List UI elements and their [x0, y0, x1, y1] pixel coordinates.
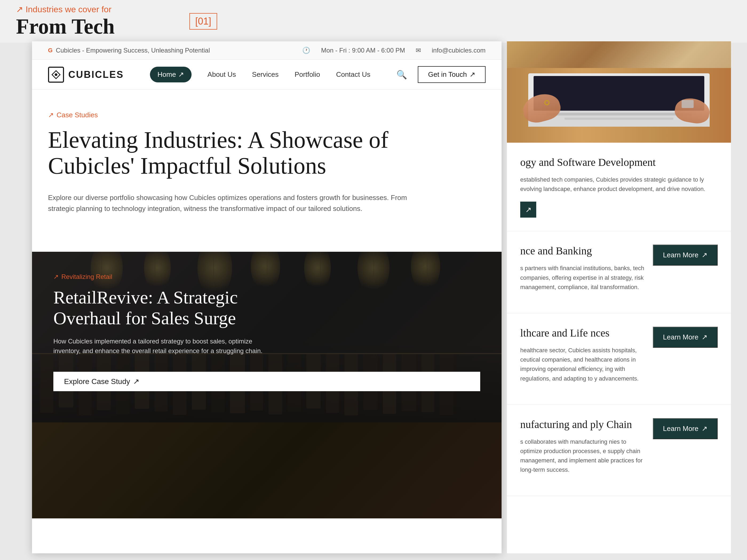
tech-section-desc: established tech companies, Cubicles pro… [520, 175, 718, 194]
revitalizing-arrow: ↗ [53, 273, 59, 281]
search-icon[interactable]: 🔍 [396, 70, 407, 80]
top-bar: G Cubicles - Empowering Success, Unleash… [32, 41, 501, 60]
tech-arrow-icon: ↗ [525, 205, 532, 214]
business-hours: Mon - Fri : 9:00 AM - 6:00 PM [321, 47, 405, 54]
industries-title: From Tech [16, 15, 115, 39]
manufacturing-section: nufacturing and ply Chain s collaborates… [507, 405, 731, 496]
logo-area[interactable]: CUBICLES [48, 67, 124, 83]
tech-software-section: ogy and Software Development established… [507, 143, 731, 231]
healthcare-section: lthcare and Life nces healthcare sector,… [507, 313, 731, 405]
explore-case-study-button[interactable]: Explore Case Study ↗ [53, 372, 480, 391]
finance-banking-section: nce and Banking s partners with financia… [507, 231, 731, 313]
healthcare-learn-more-button[interactable]: Learn More ↗ [653, 327, 718, 348]
email-address: info@cubicles.com [432, 47, 486, 54]
case-study-description: How Cubicles implemented a tailored stra… [53, 337, 267, 356]
manufacturing-text: nufacturing and ply Chain s collaborates… [520, 418, 653, 483]
revitalizing-tag: ↗ Revitalizing Retail [53, 273, 480, 281]
favicon-icon: G [48, 47, 53, 54]
get-in-touch-button[interactable]: Get in Touch ↗ [418, 66, 486, 83]
clock-icon: 🕐 [302, 47, 310, 54]
hero-title: Elevating Industries: A Showcase of Cubi… [48, 127, 448, 179]
nav-link-services[interactable]: Services [252, 71, 279, 79]
explore-arrow: ↗ [133, 377, 139, 386]
navbar: CUBICLES Home ↗ About Us Services Portfo… [32, 60, 501, 89]
get-in-touch-arrow: ↗ [469, 71, 475, 79]
industries-label: ↗ Industries we cover for From Tech [16, 4, 115, 39]
case-studies-tag: ↗ Case Studies [48, 111, 486, 119]
laptop-hands-image [507, 41, 731, 143]
nav-links: Home ↗ About Us Services Portfolio Conta… [150, 67, 370, 82]
case-study-card: ↗ Revitalizing Retail RetailRevive: A St… [32, 252, 501, 422]
nav-link-portfolio[interactable]: Portfolio [294, 71, 320, 79]
case-study-title: RetailRevive: A Strategic Overhaul for S… [53, 287, 293, 328]
logo-text: CUBICLES [68, 69, 124, 80]
top-banner: ↗ Industries we cover for From Tech [01] [0, 0, 747, 43]
healthcare-section-title: lthcare and Life nces [520, 327, 645, 339]
healthcare-learn-more-arrow: ↗ [702, 333, 707, 341]
second-case-study-card [32, 422, 501, 518]
tech-section-arrow-btn[interactable]: ↗ [520, 202, 536, 218]
nav-link-contact[interactable]: Contact Us [336, 71, 370, 79]
healthcare-text: lthcare and Life nces healthcare sector,… [520, 327, 653, 391]
case-study-content: ↗ Revitalizing Retail RetailRevive: A St… [32, 252, 501, 422]
finance-learn-more-arrow: ↗ [702, 251, 707, 259]
case-tag-arrow: ↗ [48, 111, 54, 119]
industries-subtitle: ↗ Industries we cover for [16, 4, 115, 15]
right-panel: ogy and Software Development established… [507, 41, 731, 553]
cubicles-logo-icon [48, 67, 64, 83]
nav-link-home[interactable]: Home ↗ [150, 67, 191, 82]
page-title-tab: Cubicles - Empowering Success, Unleashin… [56, 47, 210, 54]
finance-section-title: nce and Banking [520, 244, 645, 257]
tech-section-title: ogy and Software Development [520, 156, 718, 168]
finance-section-desc: s partners with financial institutions, … [520, 264, 645, 292]
manufacturing-learn-more-button[interactable]: Learn More ↗ [653, 418, 718, 439]
hero-section: ↗ Case Studies Elevating Industries: A S… [32, 89, 501, 252]
manufacturing-section-desc: s collaborates with manufacturing nies t… [520, 437, 645, 475]
nav-link-about[interactable]: About Us [208, 71, 236, 79]
svg-point-1 [55, 73, 57, 76]
finance-learn-more-button[interactable]: Learn More ↗ [653, 244, 718, 266]
website-container: G Cubicles - Empowering Success, Unleash… [32, 41, 501, 553]
home-nav-arrow: ↗ [178, 71, 184, 79]
top-bar-right: 🕐 Mon - Fri : 9:00 AM - 6:00 PM ✉ info@c… [302, 47, 486, 54]
counter-badge: [01] [189, 13, 217, 30]
industry-image-top [507, 41, 731, 143]
email-icon: ✉ [416, 47, 421, 54]
top-bar-left: G Cubicles - Empowering Success, Unleash… [48, 47, 210, 54]
nav-right: 🔍 Get in Touch ↗ [396, 66, 486, 83]
healthcare-section-desc: healthcare sector, Cubicles assists hosp… [520, 346, 645, 383]
manufacturing-learn-more-arrow: ↗ [702, 425, 707, 433]
hero-description: Explore our diverse portfolio showcasing… [48, 192, 421, 214]
manufacturing-section-title: nufacturing and ply Chain [520, 418, 645, 431]
finance-text: nce and Banking s partners with financia… [520, 244, 653, 300]
